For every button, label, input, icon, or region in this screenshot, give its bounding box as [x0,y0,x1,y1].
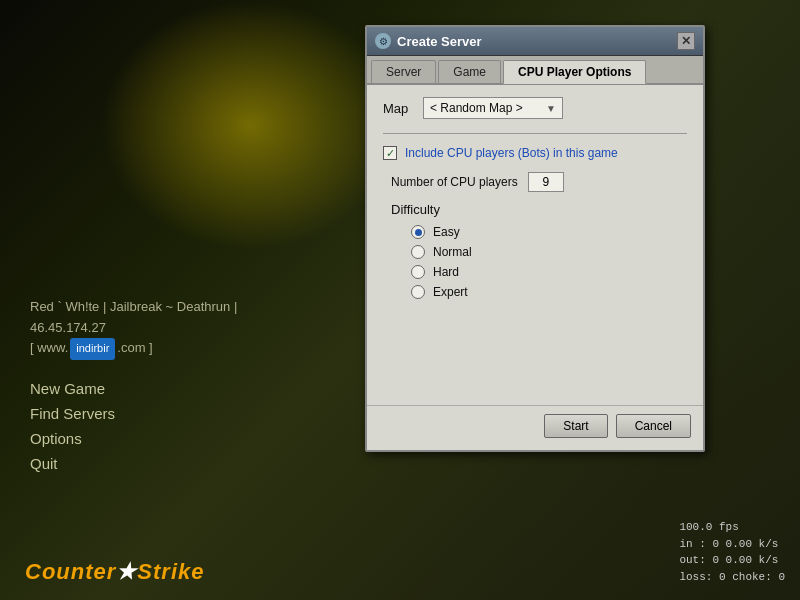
tab-server[interactable]: Server [371,60,436,83]
radio-row-expert: Expert [411,285,687,299]
num-cpu-input[interactable] [528,172,564,192]
radio-easy-label: Easy [433,225,460,239]
radio-normal-label: Normal [433,245,472,259]
dialog-content: Map < Random Map > ▼ ✓ Include CPU playe… [367,85,703,405]
background-light [100,0,400,250]
map-label: Map [383,101,413,116]
menu-item-options[interactable]: Options [30,430,115,447]
dialog-title-left: ⚙ Create Server [375,33,482,49]
fps-line2: in : 0 0.00 k/s [679,536,785,553]
radio-expert[interactable] [411,285,425,299]
cancel-button[interactable]: Cancel [616,414,691,438]
server-info-line3-suffix: .com ] [117,340,152,355]
menu-item-find-servers[interactable]: Find Servers [30,405,115,422]
fps-line1: 100.0 fps [679,519,785,536]
radio-row-normal: Normal [411,245,687,259]
server-info-line2: 46.45.174.27 [30,318,237,339]
radio-hard[interactable] [411,265,425,279]
num-cpu-label: Number of CPU players [391,175,518,189]
chevron-down-icon: ▼ [546,103,556,114]
cs-logo: Counter★Strike [25,559,204,585]
tab-cpu-player-options[interactable]: CPU Player Options [503,60,646,84]
radio-expert-label: Expert [433,285,468,299]
fps-line4: loss: 0 choke: 0 [679,569,785,586]
separator [383,133,687,134]
include-bots-label: Include CPU players (Bots) in this game [405,146,618,160]
radio-hard-label: Hard [433,265,459,279]
main-menu: New Game Find Servers Options Quit [30,380,115,480]
menu-item-new-game[interactable]: New Game [30,380,115,397]
dialog-icon: ⚙ [375,33,391,49]
fps-line3: out: 0 0.00 k/s [679,552,785,569]
close-button[interactable]: ✕ [677,32,695,50]
strike-text: Strike [137,559,204,584]
create-server-dialog: ⚙ Create Server ✕ Server Game CPU Player… [365,25,705,452]
server-info-line1: Red ` Wh!te | Jailbreak ~ Deathrun | [30,297,237,318]
difficulty-label: Difficulty [383,202,687,217]
start-button[interactable]: Start [544,414,607,438]
map-dropdown-value: < Random Map > [430,101,523,115]
difficulty-radio-group: Easy Normal Hard Expert [383,225,687,299]
dialog-tabs: Server Game CPU Player Options [367,56,703,85]
menu-item-quit[interactable]: Quit [30,455,115,472]
dialog-footer: Start Cancel [367,405,703,450]
cs-star: ★ [116,559,137,584]
fps-display: 100.0 fps in : 0 0.00 k/s out: 0 0.00 k/… [679,519,785,585]
radio-easy[interactable] [411,225,425,239]
dialog-titlebar: ⚙ Create Server ✕ [367,27,703,56]
indirbir-banner: indirbir [70,338,115,360]
num-cpu-row: Number of CPU players [383,172,687,192]
dialog-title: Create Server [397,34,482,49]
map-dropdown[interactable]: < Random Map > ▼ [423,97,563,119]
server-info-line3-prefix: [ www. [30,340,68,355]
radio-easy-indicator [415,229,422,236]
server-info-line3: [ www.indirbir.com ] [30,338,237,360]
radio-row-easy: Easy [411,225,687,239]
counter-text: Counter [25,559,116,584]
server-info: Red ` Wh!te | Jailbreak ~ Deathrun | 46.… [30,297,237,360]
map-row: Map < Random Map > ▼ [383,97,687,119]
tab-game[interactable]: Game [438,60,501,83]
radio-row-hard: Hard [411,265,687,279]
radio-normal[interactable] [411,245,425,259]
include-bots-row: ✓ Include CPU players (Bots) in this gam… [383,146,687,160]
include-bots-checkbox[interactable]: ✓ [383,146,397,160]
cs-logo-text: Counter★Strike [25,559,204,584]
